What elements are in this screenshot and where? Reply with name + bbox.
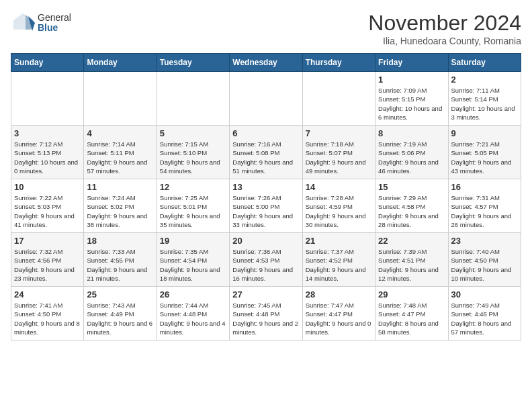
- day-number: 2: [451, 75, 518, 85]
- day-number: 5: [160, 128, 226, 138]
- day-number: 6: [232, 128, 299, 138]
- calendar-cell: 12Sunrise: 7:25 AM Sunset: 5:01 PM Dayli…: [157, 179, 229, 233]
- day-number: 22: [378, 236, 445, 246]
- calendar-cell: 16Sunrise: 7:31 AM Sunset: 4:57 PM Dayli…: [448, 179, 521, 233]
- week-row-1: 1Sunrise: 7:09 AM Sunset: 5:15 PM Daylig…: [11, 72, 521, 126]
- week-row-5: 24Sunrise: 7:41 AM Sunset: 4:50 PM Dayli…: [11, 287, 521, 340]
- calendar-cell: 17Sunrise: 7:32 AM Sunset: 4:56 PM Dayli…: [11, 233, 84, 287]
- calendar-cell: 19Sunrise: 7:35 AM Sunset: 4:54 PM Dayli…: [157, 233, 229, 287]
- calendar-cell: [84, 72, 157, 126]
- day-number: 24: [14, 289, 81, 300]
- calendar-cell: 2Sunrise: 7:11 AM Sunset: 5:14 PM Daylig…: [448, 72, 521, 126]
- calendar-table: Sunday Monday Tuesday Wednesday Thursday…: [11, 53, 521, 340]
- calendar-cell: [302, 72, 375, 126]
- calendar-cell: 6Sunrise: 7:16 AM Sunset: 5:08 PM Daylig…: [230, 126, 302, 179]
- day-info: Sunrise: 7:44 AM Sunset: 4:48 PM Dayligh…: [160, 301, 226, 336]
- logo-icon: [11, 11, 35, 35]
- day-number: 4: [87, 128, 153, 138]
- calendar-cell: 14Sunrise: 7:28 AM Sunset: 4:59 PM Dayli…: [302, 179, 375, 233]
- calendar-cell: 28Sunrise: 7:47 AM Sunset: 4:47 PM Dayli…: [302, 287, 375, 340]
- calendar-cell: 8Sunrise: 7:19 AM Sunset: 5:06 PM Daylig…: [375, 126, 448, 179]
- day-info: Sunrise: 7:37 AM Sunset: 4:52 PM Dayligh…: [306, 247, 372, 283]
- day-number: 25: [87, 289, 153, 300]
- day-info: Sunrise: 7:19 AM Sunset: 5:06 PM Dayligh…: [378, 140, 445, 175]
- day-info: Sunrise: 7:48 AM Sunset: 4:47 PM Dayligh…: [378, 301, 445, 336]
- day-info: Sunrise: 7:21 AM Sunset: 5:05 PM Dayligh…: [451, 140, 518, 175]
- header: General Blue November 2024 Ilia, Hunedoa…: [11, 11, 521, 46]
- col-header-monday: Monday: [84, 54, 157, 72]
- calendar-cell: 26Sunrise: 7:44 AM Sunset: 4:48 PM Dayli…: [157, 287, 229, 340]
- day-info: Sunrise: 7:39 AM Sunset: 4:51 PM Dayligh…: [378, 247, 445, 283]
- day-info: Sunrise: 7:24 AM Sunset: 5:02 PM Dayligh…: [87, 193, 153, 229]
- calendar-cell: 23Sunrise: 7:40 AM Sunset: 4:50 PM Dayli…: [448, 233, 521, 287]
- calendar-cell: 15Sunrise: 7:29 AM Sunset: 4:58 PM Dayli…: [375, 179, 448, 233]
- day-number: 11: [87, 182, 153, 192]
- day-info: Sunrise: 7:32 AM Sunset: 4:56 PM Dayligh…: [14, 247, 81, 283]
- calendar-cell: 11Sunrise: 7:24 AM Sunset: 5:02 PM Dayli…: [84, 179, 157, 233]
- calendar-cell: 13Sunrise: 7:26 AM Sunset: 5:00 PM Dayli…: [230, 179, 302, 233]
- day-info: Sunrise: 7:26 AM Sunset: 5:00 PM Dayligh…: [232, 193, 299, 229]
- day-info: Sunrise: 7:47 AM Sunset: 4:47 PM Dayligh…: [306, 301, 372, 336]
- day-info: Sunrise: 7:33 AM Sunset: 4:55 PM Dayligh…: [87, 247, 153, 283]
- calendar-cell: 1Sunrise: 7:09 AM Sunset: 5:15 PM Daylig…: [375, 72, 448, 126]
- day-info: Sunrise: 7:45 AM Sunset: 4:48 PM Dayligh…: [232, 301, 299, 336]
- day-number: 7: [306, 128, 372, 138]
- logo: General Blue: [11, 11, 71, 35]
- day-info: Sunrise: 7:16 AM Sunset: 5:08 PM Dayligh…: [232, 140, 299, 175]
- calendar-cell: [157, 72, 229, 126]
- week-row-3: 10Sunrise: 7:22 AM Sunset: 5:03 PM Dayli…: [11, 179, 521, 233]
- calendar-cell: [11, 72, 84, 126]
- day-info: Sunrise: 7:49 AM Sunset: 4:46 PM Dayligh…: [451, 301, 518, 336]
- col-header-wednesday: Wednesday: [230, 54, 302, 72]
- day-info: Sunrise: 7:09 AM Sunset: 5:15 PM Dayligh…: [378, 86, 445, 122]
- logo-general-text: General: [38, 13, 71, 23]
- day-info: Sunrise: 7:11 AM Sunset: 5:14 PM Dayligh…: [451, 86, 518, 122]
- title-block: November 2024 Ilia, Hunedoara County, Ro…: [368, 11, 521, 46]
- header-row: Sunday Monday Tuesday Wednesday Thursday…: [11, 54, 521, 72]
- day-info: Sunrise: 7:31 AM Sunset: 4:57 PM Dayligh…: [451, 193, 518, 229]
- subtitle: Ilia, Hunedoara County, Romania: [368, 36, 521, 46]
- day-number: 27: [232, 289, 299, 300]
- calendar-cell: 30Sunrise: 7:49 AM Sunset: 4:46 PM Dayli…: [448, 287, 521, 340]
- day-number: 19: [160, 236, 226, 246]
- day-number: 16: [451, 182, 518, 192]
- calendar-cell: [230, 72, 302, 126]
- col-header-friday: Friday: [375, 54, 448, 72]
- logo-blue-text: Blue: [38, 23, 71, 33]
- calendar-cell: 21Sunrise: 7:37 AM Sunset: 4:52 PM Dayli…: [302, 233, 375, 287]
- main-title: November 2024: [368, 11, 521, 36]
- day-info: Sunrise: 7:22 AM Sunset: 5:03 PM Dayligh…: [14, 193, 81, 229]
- day-number: 14: [306, 182, 372, 192]
- calendar-cell: 18Sunrise: 7:33 AM Sunset: 4:55 PM Dayli…: [84, 233, 157, 287]
- day-info: Sunrise: 7:29 AM Sunset: 4:58 PM Dayligh…: [378, 193, 445, 229]
- day-info: Sunrise: 7:36 AM Sunset: 4:53 PM Dayligh…: [232, 247, 299, 283]
- day-number: 17: [14, 236, 81, 246]
- day-number: 18: [87, 236, 153, 246]
- day-number: 8: [378, 128, 445, 138]
- calendar-cell: 4Sunrise: 7:14 AM Sunset: 5:11 PM Daylig…: [84, 126, 157, 179]
- day-info: Sunrise: 7:15 AM Sunset: 5:10 PM Dayligh…: [160, 140, 226, 175]
- day-number: 23: [451, 236, 518, 246]
- page: General Blue November 2024 Ilia, Hunedoa…: [0, 0, 532, 347]
- day-number: 28: [306, 289, 372, 300]
- day-number: 20: [232, 236, 299, 246]
- col-header-tuesday: Tuesday: [157, 54, 229, 72]
- day-info: Sunrise: 7:43 AM Sunset: 4:49 PM Dayligh…: [87, 301, 153, 336]
- day-number: 12: [160, 182, 226, 192]
- logo-text: General Blue: [38, 13, 71, 34]
- day-info: Sunrise: 7:18 AM Sunset: 5:07 PM Dayligh…: [306, 140, 372, 175]
- day-info: Sunrise: 7:41 AM Sunset: 4:50 PM Dayligh…: [14, 301, 81, 336]
- day-number: 10: [14, 182, 81, 192]
- calendar-cell: 29Sunrise: 7:48 AM Sunset: 4:47 PM Dayli…: [375, 287, 448, 340]
- day-number: 15: [378, 182, 445, 192]
- col-header-saturday: Saturday: [448, 54, 521, 72]
- calendar-cell: 22Sunrise: 7:39 AM Sunset: 4:51 PM Dayli…: [375, 233, 448, 287]
- col-header-sunday: Sunday: [11, 54, 84, 72]
- day-number: 26: [160, 289, 226, 300]
- calendar-cell: 24Sunrise: 7:41 AM Sunset: 4:50 PM Dayli…: [11, 287, 84, 340]
- day-number: 13: [232, 182, 299, 192]
- day-info: Sunrise: 7:25 AM Sunset: 5:01 PM Dayligh…: [160, 193, 226, 229]
- day-number: 9: [451, 128, 518, 138]
- calendar-cell: 20Sunrise: 7:36 AM Sunset: 4:53 PM Dayli…: [230, 233, 302, 287]
- day-info: Sunrise: 7:12 AM Sunset: 5:13 PM Dayligh…: [14, 140, 81, 175]
